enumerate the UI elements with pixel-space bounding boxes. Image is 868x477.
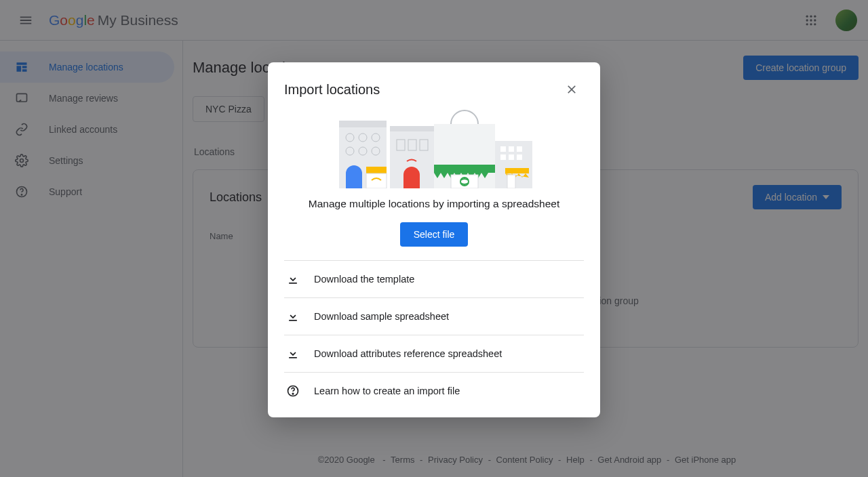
svg-rect-14 [339,121,387,127]
link-label: Download the template [314,274,414,285]
svg-rect-35 [517,146,522,152]
svg-rect-24 [390,126,434,131]
svg-rect-40 [507,175,515,188]
svg-rect-33 [500,146,506,152]
svg-rect-39 [505,168,529,173]
dialog-subtitle: Manage multiple locations by importing a… [284,198,584,210]
svg-rect-36 [500,154,506,160]
svg-rect-38 [517,154,522,160]
download-sample-link[interactable]: Download sample spreadsheet [284,297,584,335]
download-template-link[interactable]: Download the template [284,260,584,297]
dialog-title: Import locations [284,82,380,98]
modal-overlay[interactable]: Import locations [0,0,868,477]
download-icon [285,346,300,361]
download-icon [285,272,300,287]
select-file-button[interactable]: Select file [400,222,469,247]
link-label: Download sample spreadsheet [314,311,449,322]
svg-point-42 [292,393,294,394]
dialog-illustration [284,107,584,188]
svg-rect-29 [434,165,495,173]
svg-rect-22 [366,173,387,188]
link-label: Download attributes reference spreadshee… [314,348,502,359]
svg-rect-37 [509,154,514,160]
download-attributes-link[interactable]: Download attributes reference spreadshee… [284,335,584,372]
svg-rect-34 [509,146,514,152]
help-icon [285,383,300,398]
import-locations-dialog: Import locations [268,62,600,417]
svg-rect-21 [366,167,387,173]
download-icon [285,309,300,324]
link-label: Learn how to create an import file [314,386,460,396]
close-icon[interactable] [559,77,584,102]
learn-import-link[interactable]: Learn how to create an import file [284,372,584,409]
